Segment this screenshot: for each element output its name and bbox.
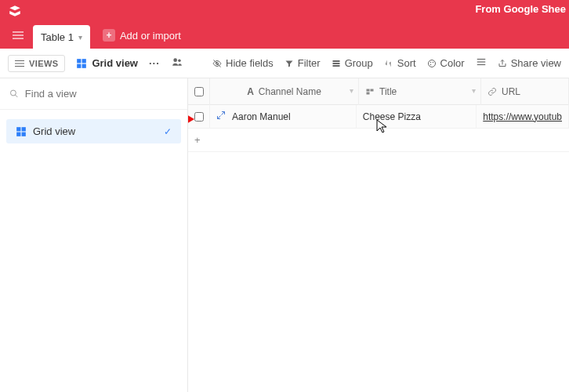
svg-rect-2 <box>13 38 24 39</box>
chevron-down-icon[interactable]: ▾ <box>350 86 353 95</box>
current-view-name[interactable]: Grid view <box>76 57 138 69</box>
base-title[interactable]: From Google Shee <box>475 3 566 15</box>
svg-rect-32 <box>367 89 370 91</box>
svg-rect-3 <box>15 60 24 61</box>
svg-rect-8 <box>78 64 82 67</box>
more-options-icon[interactable]: ··· <box>149 57 160 69</box>
cell-value: https://www.youtub <box>483 111 562 122</box>
color-icon <box>427 59 437 68</box>
link-icon <box>487 87 497 96</box>
svg-rect-9 <box>82 64 86 67</box>
column-header-title[interactable]: Title ▾ <box>359 78 481 105</box>
column-header-url[interactable]: URL <box>481 78 569 105</box>
cell-title[interactable]: Cheese Pizza <box>357 105 477 129</box>
expand-record-icon[interactable] <box>216 111 226 122</box>
sort-icon <box>384 59 393 68</box>
column-header-row: A Channel Name ▾ Title ▾ URL <box>188 78 569 105</box>
svg-rect-22 <box>477 61 485 62</box>
app-logo-icon <box>8 4 22 18</box>
check-icon: ✓ <box>164 126 172 137</box>
table-row[interactable]: Aaron Manuel Cheese Pizza https://www.yo… <box>188 105 569 129</box>
svg-rect-4 <box>15 63 24 64</box>
svg-rect-33 <box>371 89 374 91</box>
group-label: Group <box>345 57 373 69</box>
views-label: VIEWS <box>29 59 58 68</box>
svg-rect-29 <box>22 132 26 136</box>
chevron-down-icon: ▾ <box>78 33 82 42</box>
add-or-import-button[interactable]: + Add or import <box>103 22 181 49</box>
group-button[interactable]: Group <box>332 57 373 69</box>
svg-point-10 <box>173 58 177 62</box>
sort-label: Sort <box>397 57 416 69</box>
list-icon <box>15 59 24 68</box>
cell-channel-name[interactable]: Aaron Manuel <box>210 105 357 129</box>
sidebar-view-grid[interactable]: Grid view ✓ <box>6 119 181 143</box>
eye-off-icon <box>212 59 222 68</box>
data-grid: A Channel Name ▾ Title ▾ URL Aaron Manue… <box>188 78 569 392</box>
view-name-label: Grid view <box>92 57 138 69</box>
svg-rect-26 <box>16 127 20 131</box>
plus-icon: + <box>194 134 201 146</box>
menu-button[interactable] <box>6 22 30 49</box>
filter-icon <box>284 59 294 68</box>
svg-rect-28 <box>16 132 20 136</box>
svg-rect-34 <box>367 92 370 94</box>
select-all-header[interactable] <box>188 78 210 105</box>
svg-rect-16 <box>332 65 339 67</box>
cell-value: Cheese Pizza <box>363 111 421 122</box>
chevron-down-icon[interactable]: ▾ <box>472 86 476 95</box>
grid-icon <box>76 58 87 69</box>
find-view-input[interactable] <box>25 88 178 100</box>
lookup-field-icon <box>365 87 375 96</box>
row-height-icon[interactable] <box>476 56 487 70</box>
select-all-checkbox[interactable] <box>194 87 204 96</box>
find-view-row[interactable] <box>0 78 187 110</box>
share-icon <box>498 59 507 68</box>
row-checkbox[interactable] <box>194 112 204 122</box>
svg-line-25 <box>15 95 17 97</box>
main-area: Grid view ✓ A Channel Name ▾ Title ▾ URL <box>0 78 569 392</box>
color-button[interactable]: Color <box>427 57 465 69</box>
tab-label: Table 1 <box>41 31 74 43</box>
add-import-label: Add or import <box>120 30 181 42</box>
svg-point-11 <box>178 60 181 63</box>
share-view-button[interactable]: Share view <box>498 57 561 69</box>
views-sidebar: Grid view ✓ <box>0 78 188 392</box>
row-select-cell[interactable] <box>188 105 210 129</box>
svg-point-24 <box>10 90 16 96</box>
svg-rect-6 <box>78 59 82 63</box>
svg-rect-0 <box>13 31 24 32</box>
svg-rect-14 <box>332 60 339 62</box>
add-row-button[interactable]: + <box>188 129 569 152</box>
search-icon <box>9 89 19 99</box>
hide-fields-button[interactable]: Hide fields <box>212 57 274 69</box>
column-label: Channel Name <box>259 86 321 97</box>
svg-rect-5 <box>15 66 24 67</box>
svg-point-20 <box>429 64 431 65</box>
svg-rect-27 <box>22 127 26 131</box>
views-toggle-button[interactable]: VIEWS <box>8 55 65 72</box>
table-tab-bar: Table 1 ▾ + Add or import <box>0 22 569 49</box>
hide-fields-label: Hide fields <box>226 57 274 69</box>
cell-value: Aaron Manuel <box>232 111 291 122</box>
sort-button[interactable]: Sort <box>384 57 416 69</box>
tab-table1[interactable]: Table 1 ▾ <box>33 25 90 49</box>
column-label: URL <box>502 86 520 97</box>
sidebar-view-label: Grid view <box>33 125 75 137</box>
column-label: Title <box>379 86 397 97</box>
color-label: Color <box>440 57 465 69</box>
svg-rect-7 <box>82 59 86 63</box>
app-topbar: From Google Shee <box>0 0 569 22</box>
column-header-channel-name[interactable]: A Channel Name ▾ <box>210 78 359 105</box>
cell-url[interactable]: https://www.youtub <box>477 105 569 129</box>
plus-icon: + <box>103 29 115 42</box>
svg-rect-23 <box>477 64 485 65</box>
svg-rect-1 <box>13 34 24 35</box>
collaborators-icon[interactable] <box>171 56 183 70</box>
filter-label: Filter <box>298 57 321 69</box>
svg-point-18 <box>429 61 431 63</box>
filter-button[interactable]: Filter <box>284 57 321 69</box>
view-toolbar: VIEWS Grid view ··· Hide fields Filter G… <box>0 49 569 78</box>
grid-icon <box>16 126 27 137</box>
svg-point-17 <box>428 60 435 67</box>
